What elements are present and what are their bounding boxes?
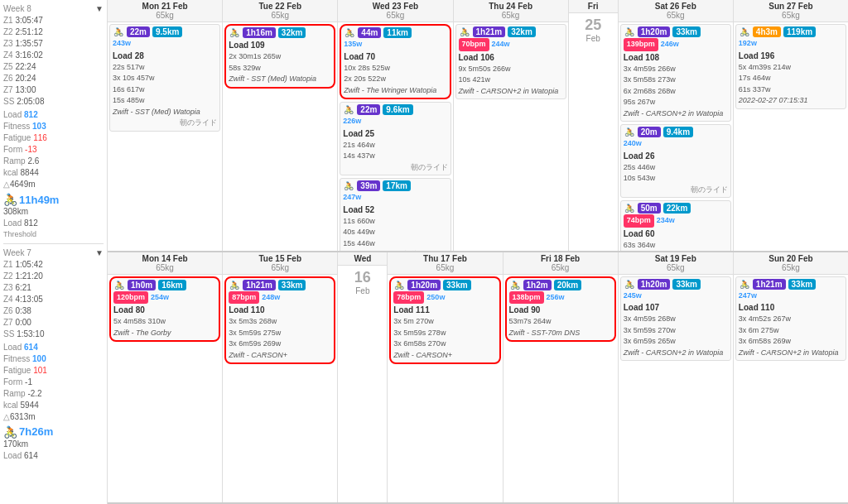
workout-name: Zwift - CARSON+2 in Watopia xyxy=(624,348,728,359)
hr-badge: 74bpm xyxy=(624,214,654,228)
interval: 3x 4m59s 268w xyxy=(624,314,728,325)
w7-fitness: 100 xyxy=(32,354,46,363)
bike-icon: 🚴 xyxy=(229,29,240,37)
activity-card-circled[interactable]: 🚴 44m 11km 135w Load 70 10x 28s 525w 2x … xyxy=(340,24,450,99)
interval: 3x 4m52s 267w xyxy=(739,314,843,325)
day-header-mon14: Mon 14 Feb 65kg xyxy=(108,252,222,275)
bike-icon: 🚴 xyxy=(624,128,635,137)
activity-card-circled[interactable]: 🚴 1h2m 20km 138bpm 256w Load 90 53m7s 26… xyxy=(505,276,616,343)
w7-z4: 4:13:05 xyxy=(15,295,42,304)
interval: 5x 4m39s 214w xyxy=(739,62,843,74)
activity-card[interactable]: 🚴 1h21m 33km 247w Load 110 3x 4m52s 267w… xyxy=(735,276,846,362)
duration-badge: 1h21m xyxy=(753,279,786,290)
workout-name: Zwift - The Gorby xyxy=(113,328,216,339)
interval: 3x 6m59s 265w xyxy=(624,336,728,348)
activity-card-circled[interactable]: 🚴 1h20m 33km 78bpm 250w Load 111 3x 5m 2… xyxy=(389,276,500,365)
activity-card-circled[interactable]: 🚴 1h21m 33km 87bpm 248w Load 110 3x 5m3s… xyxy=(224,276,335,365)
activity-card[interactable]: 🚴 50m 22km 74bpm 234w Load 60 63s 364w 5… xyxy=(620,200,731,251)
power-value: 244w xyxy=(492,39,510,50)
bike-icon: 🚴 xyxy=(509,281,521,289)
w7-z6: 0:38 xyxy=(15,306,31,315)
w7-kcal: 5944 xyxy=(21,401,39,410)
sidebar-week7: Week 7 ▼ Z1 1:05:42 Z2 1:21:20 Z3 6:21 Z… xyxy=(3,247,104,462)
load-label: Load 25 xyxy=(343,127,447,140)
activity-card[interactable]: 🚴 1h20m 33km 245w Load 107 3x 4m59s 268w… xyxy=(620,276,731,362)
activity-card[interactable]: 🚴 1h21m 32km 70bpm 244w Load 106 9x 5m50… xyxy=(455,24,566,99)
wed-month: Feb xyxy=(355,286,369,295)
load-label: Load 106 xyxy=(459,51,563,64)
day-content-mon21: 🚴 22m 9.5km 243w Load 28 22s 517w 3x 10s… xyxy=(108,22,222,251)
day-header-sun27: Sun 27 Feb 65kg xyxy=(734,0,848,22)
activity-card[interactable]: 🚴 4h3m 119km 192w Load 196 5x 4m39s 214w… xyxy=(735,24,846,109)
week-arrow[interactable]: ▼ xyxy=(95,3,104,15)
activity-card-circled[interactable]: 🚴 1h0m 16km 120bpm 254w Load 80 5x 4m58s… xyxy=(109,276,220,343)
workout-name: Zwift - CARSON+2 in Watopia xyxy=(624,108,728,120)
load-label: Load 90 xyxy=(509,304,612,316)
w7-z3: 6:21 xyxy=(15,283,31,292)
week-label: Week 8 xyxy=(3,3,31,15)
day-sun27: Sun 27 Feb 65kg 🚴 4h3m 119km 192w Load 1… xyxy=(734,0,848,251)
week7-label: Week 7 xyxy=(3,247,31,259)
distance-badge: 20km xyxy=(554,280,582,290)
day-content-mon14: 🚴 1h0m 16km 120bpm 254w Load 80 5x 4m58s… xyxy=(108,275,222,503)
activity-card[interactable]: 🚴 22m 9.6km 226w Load 25 21s 464w 14s 43… xyxy=(340,102,450,175)
duration-badge: 1h20m xyxy=(407,280,441,290)
page: Week 8 ▼ Z1 3:05:47 Z2 2:51:12 Z3 1:35:5… xyxy=(0,0,848,504)
interval: 2x 30m1s 265w xyxy=(229,51,331,63)
power-value: 234w xyxy=(657,215,675,227)
load-label: Load 52 xyxy=(343,204,447,216)
load-label: Load 107 xyxy=(624,301,728,314)
bike-icon: 🚴 xyxy=(229,281,240,289)
power-value: 247w xyxy=(739,290,843,302)
duration-badge: 20m xyxy=(638,127,661,137)
distance-badge: 33km xyxy=(672,26,701,37)
w7-distance: 170km xyxy=(3,439,28,449)
bike-icon: 🚴 xyxy=(624,204,635,213)
duration-badge: 1h20m xyxy=(638,26,671,37)
duration-badge: 4h3m xyxy=(753,26,781,37)
z6-time: 20:24 xyxy=(15,74,36,83)
day-content-sat19: 🚴 1h20m 33km 245w Load 107 3x 4m59s 268w… xyxy=(619,275,733,503)
activity-card[interactable]: 🚴 20m 9.4km 240w Load 26 25s 446w 10s 54… xyxy=(620,124,731,198)
interval: 63s 364w xyxy=(624,240,728,251)
w7-ramp: -2.2 xyxy=(27,389,41,398)
workout-name: Zwift - SST-70m DNS xyxy=(509,328,612,339)
week7-arrow[interactable]: ▼ xyxy=(95,247,104,259)
interval: 3x 6m 275w xyxy=(739,325,843,337)
z7-time: 13:00 xyxy=(15,85,36,94)
power-value: 240w xyxy=(624,138,728,150)
interval: 3x 5m59s 278w xyxy=(393,328,496,339)
interval: 3x 6m59s 269w xyxy=(229,338,331,350)
day-header-sat19: Sat 19 Feb 65kg xyxy=(619,252,733,275)
workout-name: Zwift - SST (Med) Watopia xyxy=(113,107,217,118)
distance-badge: 9.6km xyxy=(383,104,412,115)
activity-card-circled[interactable]: 🚴 1h16m 32km Load 109 2x 30m1s 265w 58s … xyxy=(224,24,335,89)
workout-name: Zwift - The Wringer Watopia xyxy=(344,85,446,97)
distance-badge: 33km xyxy=(278,280,306,290)
interval: 40s 449w xyxy=(343,227,447,238)
power-value: 250w xyxy=(426,292,445,304)
duration-badge: 50m xyxy=(638,203,661,214)
ramp-value: 2.6 xyxy=(27,156,39,166)
hr-badge: 139bpm xyxy=(624,38,658,51)
duration-badge: 39m xyxy=(357,180,380,191)
bike-icon: 🚴 xyxy=(113,281,125,289)
activity-card[interactable]: 🚴 1h20m 33km 139bpm 246w Load 108 3x 4m5… xyxy=(620,24,731,122)
activity-card[interactable]: 🚴 39m 17km 247w Load 52 11s 660w 40s 449… xyxy=(340,178,450,251)
workout-name: 2022-02-27 07:15:31 xyxy=(739,95,843,107)
load-label: Load 80 xyxy=(113,304,216,316)
bike-icon: 🚴 xyxy=(624,28,635,36)
bike-icon: 🚴 xyxy=(113,28,124,36)
day-content-thu24: 🚴 1h21m 32km 70bpm 244w Load 106 9x 5m50… xyxy=(454,22,568,251)
load-label: Load 108 xyxy=(624,51,728,64)
ss-time: 2:05:08 xyxy=(17,97,44,106)
day-tue22: Tue 22 Feb 65kg 🚴 1h16m 32km Load 109 2x… xyxy=(223,0,338,251)
activity-card[interactable]: 🚴 22m 9.5km 243w Load 28 22s 517w 3x 10s… xyxy=(109,24,220,132)
power-value: 192w xyxy=(739,38,843,50)
day-mon21: Mon 21 Feb 65kg 🚴 22m 9.5km 243w Load 28 xyxy=(108,0,223,251)
interval: 3x 5m59s 270w xyxy=(624,325,728,337)
interval: 11s 660w xyxy=(343,216,447,228)
w7-fatigue: 101 xyxy=(33,366,47,375)
day-fri25: Fri 25 Feb xyxy=(569,0,619,251)
bike-icon: 🚴 xyxy=(343,182,354,190)
